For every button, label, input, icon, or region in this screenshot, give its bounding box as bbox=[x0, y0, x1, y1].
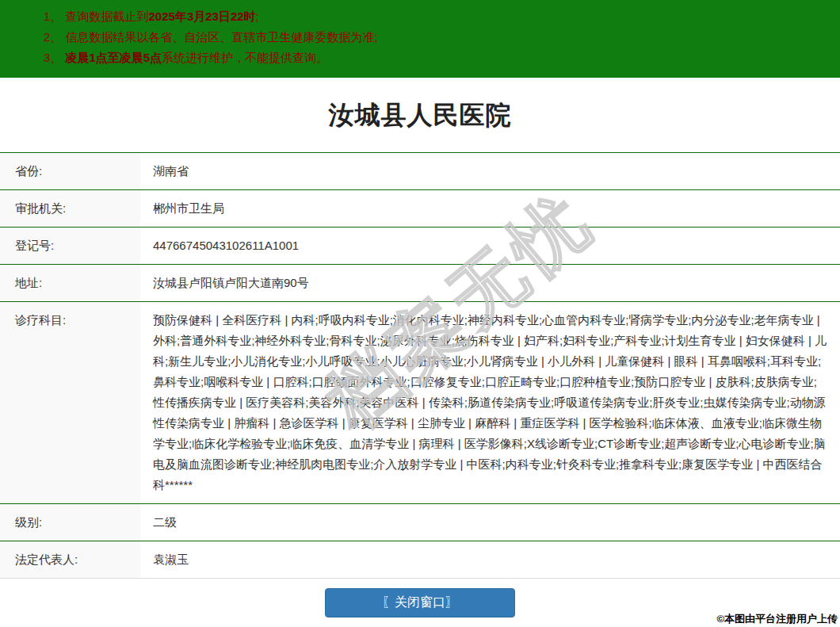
table-row-legal-representative: 法定代表人: 袁淑玉 bbox=[0, 541, 840, 579]
table-row-level: 级别: 二级 bbox=[0, 504, 840, 541]
row-label: 诊疗科目: bbox=[0, 302, 140, 503]
notice-1-suffix: ; bbox=[256, 10, 259, 23]
row-label: 审批机关: bbox=[0, 190, 140, 227]
table-row-medical-departments: 诊疗科目: 预防保健科 | 全科医疗科 | 内科;呼吸内科专业;消化内科专业;神… bbox=[0, 302, 840, 504]
notice-1-text: 1、 查询数据截止到 bbox=[44, 10, 149, 23]
notice-1-bold: 2025年3月23日22时 bbox=[149, 10, 256, 23]
row-label: 地址: bbox=[0, 265, 140, 301]
row-value: 郴州市卫生局 bbox=[140, 190, 840, 227]
table-row-registration-number: 登记号: 44766745043102611A1001 bbox=[0, 227, 840, 265]
page-title: 汝城县人民医院 bbox=[0, 98, 840, 133]
row-value: 二级 bbox=[140, 504, 840, 541]
button-row: 〖关闭窗口〗 bbox=[0, 588, 840, 617]
notice-line-1: 1、 查询数据截止到2025年3月23日22时; bbox=[44, 6, 824, 27]
row-value: 汝城县卢阳镇卢阳大道南90号 bbox=[140, 265, 840, 301]
notice-line-2: 2、 信息数据结果以各省、自治区、直辖市卫生健康委数据为准; bbox=[44, 27, 824, 48]
table-row-address: 地址: 汝城县卢阳镇卢阳大道南90号 bbox=[0, 265, 840, 302]
row-value: 湖南省 bbox=[140, 153, 840, 189]
hospital-info-table: 省份: 湖南省 审批机关: 郴州市卫生局 登记号: 44766745043102… bbox=[0, 152, 840, 579]
notice-3-suffix: 系统进行维护，不能提供查询。 bbox=[162, 51, 328, 64]
upload-credit: ©本图由平台注册用户上传 bbox=[716, 612, 838, 626]
notice-line-3: 3、 凌晨1点至凌晨5点系统进行维护，不能提供查询。 bbox=[44, 48, 824, 68]
close-window-button[interactable]: 〖关闭窗口〗 bbox=[325, 588, 515, 617]
table-row-approval-authority: 审批机关: 郴州市卫生局 bbox=[0, 190, 840, 227]
row-label: 登记号: bbox=[0, 227, 140, 264]
notice-3-text: 3、 bbox=[44, 51, 66, 64]
table-row-province: 省份: 湖南省 bbox=[0, 153, 840, 190]
row-value: 预防保健科 | 全科医疗科 | 内科;呼吸内科专业;消化内科专业;神经内科专业;… bbox=[140, 302, 840, 503]
notice-3-bold: 凌晨1点至凌晨5点 bbox=[66, 51, 162, 64]
row-label: 省份: bbox=[0, 153, 140, 189]
notice-banner: 1、 查询数据截止到2025年3月23日22时; 2、 信息数据结果以各省、自治… bbox=[0, 0, 840, 78]
row-label: 级别: bbox=[0, 504, 140, 541]
row-label: 法定代表人: bbox=[0, 541, 140, 578]
notice-2-text: 2、 信息数据结果以各省、自治区、直辖市卫生健康委数据为准; bbox=[44, 30, 378, 44]
row-value: 袁淑玉 bbox=[140, 541, 840, 578]
row-value: 44766745043102611A1001 bbox=[140, 227, 840, 264]
